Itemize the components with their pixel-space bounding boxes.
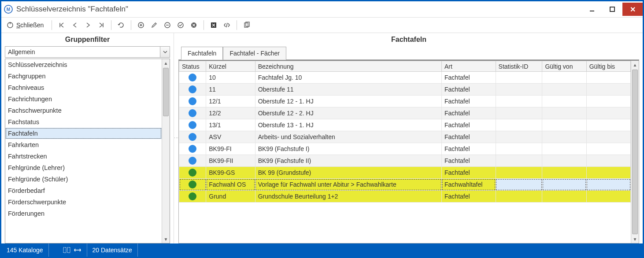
data-grid[interactable]: StatusKürzelBezeichnungArtStatistik-IDGü… (179, 61, 631, 203)
table-row[interactable]: BK99-GSBK 99 (Grundstufe)Fachtafel (179, 167, 631, 179)
list-item[interactable]: Fahrkarten (5, 139, 162, 151)
cell (586, 72, 630, 84)
close-window-button[interactable]: ✕ (622, 3, 643, 16)
right-pane: Fachtafeln FachtafelnFachtafel - Fächer … (178, 33, 643, 243)
status-dot-icon (189, 181, 196, 188)
cell: ASV (206, 131, 255, 143)
status-layout-icons[interactable] (58, 243, 87, 257)
grid-wrapper: StatusKürzelBezeichnungArtStatistik-IDGü… (178, 60, 639, 243)
cell (542, 96, 586, 107)
tab[interactable]: Fachtafel - Fächer (223, 47, 286, 60)
table-row[interactable]: GrundGrundschule Beurteilung 1+2Fachtafe… (179, 191, 631, 203)
table-row[interactable]: Fachwahl OSVorlage für Fachwahl unter Ab… (179, 179, 631, 191)
cell (496, 143, 542, 155)
cell (586, 143, 630, 155)
main-area: Gruppenfilter Allgemein Schlüsselverzeic… (1, 33, 643, 243)
cell: Fachtafel (442, 84, 496, 96)
cell (586, 167, 630, 179)
cell (542, 167, 586, 179)
list-item[interactable]: Fehlgründe (Schüler) (5, 173, 162, 185)
table-row[interactable]: ASVArbeits- und SozialverhaltenFachtafel (179, 131, 631, 143)
export-xml-button[interactable] (221, 19, 233, 31)
cell (586, 84, 630, 96)
table-row[interactable]: 12/2Oberstufe 12 - 2. HJFachtafel (179, 107, 631, 119)
status-dot-icon (189, 109, 196, 117)
nav-prev-button[interactable] (69, 19, 81, 31)
chevron-down-icon[interactable] (160, 47, 170, 57)
nav-first-button[interactable] (56, 19, 68, 31)
cell: 13/1 (206, 119, 255, 131)
list-item[interactable]: Förderschwerpunkte (5, 196, 162, 208)
status-dot-icon (189, 97, 196, 105)
remove-button[interactable] (161, 19, 174, 31)
status-dot-icon (189, 74, 196, 81)
column-header[interactable]: Bezeichnung (255, 61, 441, 72)
filter-combo[interactable]: Allgemein (5, 46, 170, 58)
table-row[interactable]: 12/1Oberstufe 12 - 1. HJFachtafel (179, 96, 631, 107)
cell: Fachtafel (442, 96, 496, 107)
cell (542, 119, 586, 131)
splitter[interactable]: ⋮ (174, 33, 178, 243)
filter-combo-value: Allgemein (5, 48, 160, 55)
list-item[interactable]: Fachrichtungen (5, 93, 162, 105)
column-header[interactable]: Gültig bis (586, 61, 630, 72)
cell: Fachtafel (442, 119, 496, 131)
column-header[interactable]: Art (442, 61, 496, 72)
cell: Oberstufe 12 - 1. HJ (255, 96, 441, 107)
status-records: 20 Datensätze (87, 243, 138, 257)
svg-rect-11 (63, 247, 66, 253)
cell (496, 84, 542, 96)
list-item[interactable]: Förderbedarf (5, 185, 162, 196)
list-item[interactable]: Schlüsselverzeichnis (5, 59, 162, 70)
cell (542, 143, 586, 155)
export-excel-button[interactable] (207, 19, 220, 31)
list-item[interactable]: Fahrtstrecken (5, 151, 162, 162)
cell: 12/1 (206, 96, 255, 107)
cell: Oberstufe 11 (255, 84, 441, 96)
table-row[interactable]: 11Oberstufe 11Fachtafel (179, 84, 631, 96)
list-item[interactable]: Förderungen (5, 208, 162, 219)
accept-button[interactable] (174, 19, 187, 31)
list-scrollbar[interactable]: ▲ ▼ (162, 59, 170, 243)
column-header[interactable]: Gültig von (542, 61, 586, 72)
left-pane: Gruppenfilter Allgemein Schlüsselverzeic… (1, 33, 174, 243)
app-icon: M (4, 5, 13, 14)
list-item[interactable]: Fachstatus (5, 116, 162, 128)
copy-button[interactable] (241, 19, 253, 31)
column-header[interactable]: Statistik-ID (496, 61, 542, 72)
column-header[interactable]: Status (179, 61, 206, 72)
refresh-button[interactable] (115, 19, 127, 31)
add-button[interactable] (135, 19, 147, 31)
table-row[interactable]: BK99-FIBK99 (Fachstufe I)Fachtafel (179, 143, 631, 155)
list-item[interactable]: Fachschwerpunkte (5, 105, 162, 116)
cell: BK99-FI (206, 143, 255, 155)
table-row[interactable]: 10Fachtafel Jg. 10Fachtafel (179, 72, 631, 84)
cell: BK 99 (Grundstufe) (255, 167, 441, 179)
grid-scrollbar[interactable]: ▲ ▼ (631, 61, 639, 243)
list-item[interactable]: Fachtafeln (5, 128, 162, 139)
list-item[interactable]: Fachgruppen (5, 70, 162, 82)
cancel-button[interactable] (188, 19, 200, 31)
column-header[interactable]: Kürzel (206, 61, 255, 72)
cell: Fachtafel (442, 155, 496, 167)
nav-last-button[interactable] (95, 19, 107, 31)
list-item[interactable]: Fachniveaus (5, 82, 162, 93)
cell (586, 179, 630, 191)
tab[interactable]: Fachtafeln (181, 47, 223, 60)
nav-next-button[interactable] (82, 19, 94, 31)
table-row[interactable]: BK99-FIIBK99 (Fachstufe II)Fachtafel (179, 155, 631, 167)
edit-button[interactable] (148, 19, 160, 31)
cell: Fachtafel (442, 72, 496, 84)
minimize-button[interactable] (582, 3, 602, 16)
cell: Fachtafel (442, 107, 496, 119)
table-row[interactable]: 13/1Oberstufe 13 - 1. HJFachtafel (179, 119, 631, 131)
close-button[interactable]: Schließen (5, 19, 48, 31)
list-item[interactable]: Fehlgründe (Lehrer) (5, 162, 162, 173)
status-catalogs: 145 Kataloge (1, 243, 49, 257)
cell (542, 84, 586, 96)
cell: 12/2 (206, 107, 255, 119)
maximize-button[interactable] (602, 3, 622, 16)
tabs: FachtafelnFachtafel - Fächer (178, 46, 639, 60)
titlebar: M Schlüsselverzeichnis "Fachtafeln" ✕ (1, 1, 643, 17)
cell (542, 191, 586, 203)
